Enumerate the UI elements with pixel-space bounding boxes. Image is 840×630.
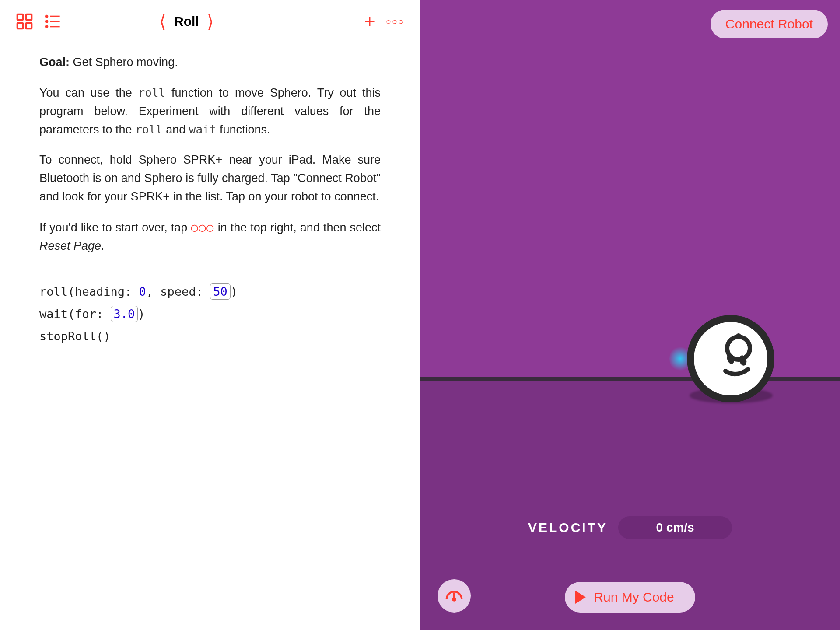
prev-page-icon[interactable]: ⟨ [159, 11, 166, 32]
ground-line [420, 377, 840, 382]
page-title: Roll [174, 14, 199, 29]
svg-rect-1 [26, 14, 32, 20]
lesson-content: Goal: Get Sphero moving. You can use the… [0, 43, 420, 347]
svg-point-8 [46, 26, 48, 28]
simulator-panel: Connect Robot VELOCITY 0 cm/s Run My Cod… [420, 0, 840, 630]
sphero-robot-icon [687, 315, 774, 402]
instruction-paragraph-2: To connect, hold Sphero SPRK+ near your … [39, 151, 381, 206]
svg-rect-2 [17, 23, 23, 28]
speed-value[interactable]: 50 [210, 284, 231, 300]
wait-value[interactable]: 3.0 [111, 306, 138, 322]
inline-more-icon: ○○○ [191, 220, 214, 234]
add-icon[interactable]: + [364, 10, 375, 32]
toolbar: ⟨ Roll ⟩ + ○○○ [0, 0, 420, 43]
code-line-3[interactable]: stopRoll() [39, 325, 381, 347]
svg-point-6 [46, 21, 48, 22]
heading-value[interactable]: 0 [139, 285, 146, 298]
editor-panel: ⟨ Roll ⟩ + ○○○ Goal: Get Sphero moving. … [0, 0, 420, 630]
svg-rect-3 [26, 23, 32, 28]
reset-page-text: Reset Page [39, 239, 101, 252]
more-menu-icon[interactable]: ○○○ [386, 17, 404, 27]
instruction-paragraph-3: If you'd like to start over, tap ○○○ in … [39, 218, 381, 256]
code-wait: wait [189, 123, 217, 136]
goal-label: Goal: [39, 56, 70, 69]
run-code-button[interactable]: Run My Code [565, 582, 695, 612]
svg-point-4 [46, 15, 48, 17]
svg-point-12 [736, 333, 741, 339]
goal-paragraph: Goal: Get Sphero moving. [39, 53, 381, 72]
goal-text: Get Sphero moving. [70, 56, 178, 69]
next-page-icon[interactable]: ⟩ [207, 11, 214, 32]
bottom-controls: Run My Code [420, 582, 840, 612]
velocity-label: VELOCITY [528, 520, 608, 535]
velocity-value: 0 cm/s [618, 516, 732, 539]
content-divider [39, 268, 381, 268]
instruction-paragraph-1: You can use the roll function to move Sp… [39, 84, 381, 139]
page-nav: ⟨ Roll ⟩ [159, 11, 214, 32]
svg-rect-0 [17, 14, 23, 20]
code-line-2[interactable]: wait(for: 3.0) [39, 303, 381, 325]
code-line-1[interactable]: roll(heading: 0, speed: 50) [39, 280, 381, 303]
grid-view-icon[interactable] [16, 13, 33, 30]
connect-robot-button[interactable]: Connect Robot [710, 10, 828, 38]
play-icon [575, 591, 586, 604]
run-code-label: Run My Code [594, 590, 674, 605]
code-editor[interactable]: roll(heading: 0, speed: 50) wait(for: 3.… [39, 280, 381, 348]
list-view-icon[interactable] [44, 13, 61, 30]
code-roll-2: roll [135, 123, 163, 136]
velocity-display: VELOCITY 0 cm/s [420, 516, 840, 539]
code-roll: roll [138, 86, 166, 99]
